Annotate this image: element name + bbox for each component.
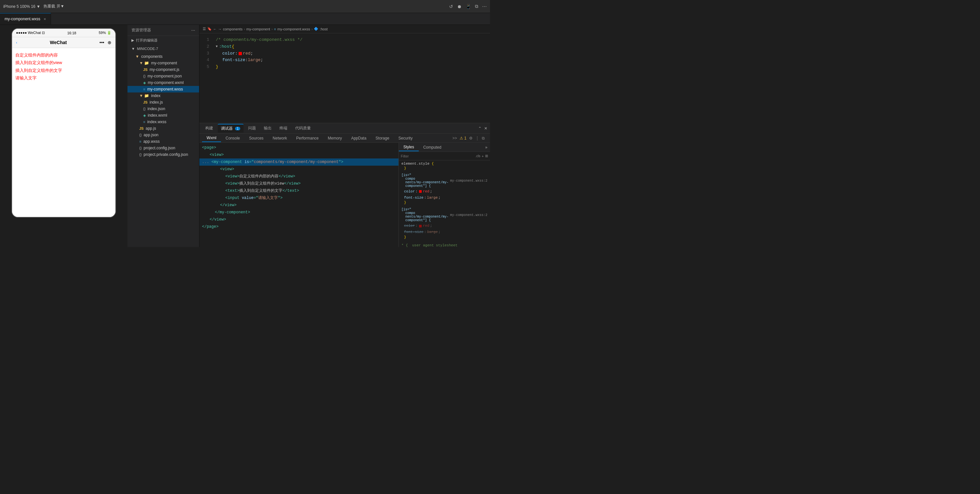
- file-panel-more-icon[interactable]: ⋯: [191, 28, 195, 33]
- folder-icon: ▼: [135, 54, 139, 59]
- file-item-project-config[interactable]: {} project.config.json: [127, 145, 199, 151]
- file-label: index.wxss: [147, 119, 166, 124]
- insp-settings-icon[interactable]: ⚙: [469, 136, 473, 140]
- file-item-app-js[interactable]: JS app.js: [127, 125, 199, 132]
- forward-icon[interactable]: →: [218, 27, 222, 31]
- hot-reload-toggle[interactable]: 热重载 开▼: [43, 3, 64, 9]
- styles-tab-more-icon[interactable]: »: [482, 145, 490, 149]
- file-item-index-wxml[interactable]: ◈ index.wxml: [127, 112, 199, 119]
- close-icon[interactable]: ✕: [484, 126, 487, 131]
- minimize-icon[interactable]: ⌃: [478, 126, 482, 131]
- inspector-tabs: Wxml Console Sources Network Performance…: [199, 133, 490, 143]
- styles-tab-styles[interactable]: Styles: [399, 143, 419, 151]
- insp-tab-wxml[interactable]: Wxml: [202, 134, 221, 142]
- chevron-down-icon: ▼: [131, 47, 135, 51]
- add-style-icon[interactable]: +: [482, 154, 484, 158]
- insp-tab-network[interactable]: Network: [268, 135, 291, 142]
- file-item-my-component-folder[interactable]: ▼ 📁 my-component: [127, 60, 199, 66]
- insp-tab-security[interactable]: Security: [394, 135, 417, 142]
- file-item-my-component-js[interactable]: JS my-component.js: [127, 66, 199, 73]
- devtools-tab-debugger[interactable]: 调试器 1: [218, 124, 243, 133]
- insp-tab-storage[interactable]: Storage: [371, 135, 394, 142]
- file-item-index-json[interactable]: {} index.json: [127, 105, 199, 112]
- cls-label[interactable]: .cls: [476, 154, 480, 158]
- phone-search-icon[interactable]: ⊕: [108, 40, 111, 45]
- editor-area: ☰ 🔖 ← → components › my-component › ≡ my…: [199, 25, 490, 123]
- insp-tab-memory[interactable]: Memory: [323, 135, 347, 142]
- file-item-app-json[interactable]: {} app.json: [127, 132, 199, 138]
- style-source-1[interactable]: my-component.wxss:2: [450, 179, 487, 183]
- device-icon[interactable]: 📱: [466, 4, 471, 9]
- file-label: my-component.wxss: [147, 87, 183, 92]
- file-item-index-folder[interactable]: ▼ 📁 index: [127, 92, 199, 99]
- more-icon[interactable]: ⋯: [482, 4, 487, 9]
- devtools-tab-quality[interactable]: 代码质量: [292, 124, 314, 132]
- code-lines[interactable]: /* components/my-component.wxss */ ▼ :ho…: [213, 37, 490, 119]
- styles-tab-computed[interactable]: Computed: [419, 144, 446, 151]
- project-section[interactable]: ▼ MINICODE-7: [127, 45, 199, 52]
- style-line-color-1: color : red ;: [404, 189, 487, 195]
- insp-more2-icon[interactable]: ⋮: [475, 136, 479, 140]
- style-source-2[interactable]: my-component.wxss:2: [450, 213, 487, 217]
- device-selector[interactable]: iPhone 5 100% 16 ▼: [3, 4, 40, 9]
- wxml-icon: ◈: [143, 81, 146, 85]
- phone-time: 16:18: [67, 31, 76, 35]
- code-line-1: /* components/my-component.wxss */: [216, 37, 490, 43]
- breadcrumb: ☰ 🔖 ← → components › my-component › ≡ my…: [199, 25, 490, 33]
- insp-more-icon[interactable]: >>: [452, 136, 457, 140]
- file-item-my-component-json[interactable]: {} my-component.json: [127, 73, 199, 79]
- devtools-tab-issues[interactable]: 问题: [245, 124, 259, 132]
- devtools-tab-bar: 构建 调试器 1 问题 输出 终端 代码质量 ⌃ ✕: [199, 123, 490, 133]
- insp-tab-appdata[interactable]: AppData: [347, 135, 371, 142]
- refresh-icon[interactable]: ↺: [449, 4, 453, 9]
- tab-my-component-wxss[interactable]: my-component.wxss ✕: [0, 13, 51, 24]
- styles-filter-input[interactable]: [401, 154, 474, 158]
- devtools-tab-build[interactable]: 构建: [202, 124, 216, 132]
- insp-tab-sources[interactable]: Sources: [245, 135, 268, 142]
- breadcrumb-part-my-component[interactable]: my-component: [247, 27, 270, 31]
- phone-nav-icons: ••• ⊕: [99, 40, 111, 45]
- back-icon[interactable]: ←: [213, 27, 217, 31]
- devtools-tab-output[interactable]: 输出: [261, 124, 275, 132]
- breadcrumb-nav-icon[interactable]: ☰: [203, 27, 206, 31]
- refresh-style-icon[interactable]: ⊞: [485, 154, 488, 158]
- dom-line-view-close: </view>: [199, 216, 398, 223]
- folder-icon: ▼ 📁: [139, 94, 149, 98]
- file-item-project-private[interactable]: {} project.private.config.json: [127, 151, 199, 158]
- insp-tab-actions: >> ⚠ 1 ⚙ ⋮ ⧉: [450, 136, 487, 140]
- json-icon: {}: [143, 107, 145, 111]
- record-icon[interactable]: ⏺: [457, 4, 461, 9]
- breadcrumb-part-host[interactable]: :host: [320, 27, 328, 31]
- phone-signal: ●●●●● WeChat ⊡: [16, 31, 45, 35]
- styles-tabs: Styles Computed »: [399, 143, 490, 152]
- file-item-my-component-wxml[interactable]: ◈ my-component.wxml: [127, 79, 199, 86]
- insp-tab-performance[interactable]: Performance: [291, 135, 323, 142]
- phone-menu-icon[interactable]: •••: [99, 40, 104, 45]
- devtools-panel: 构建 调试器 1 问题 输出 终端 代码质量 ⌃ ✕ W: [199, 123, 490, 247]
- devtools-tab-terminal[interactable]: 终端: [276, 124, 291, 132]
- file-item-index-js[interactable]: JS index.js: [127, 99, 199, 105]
- phone-panel: ●●●●● WeChat ⊡ 16:18 59% 🔋 ‹ WeChat ••• …: [0, 25, 127, 247]
- insp-tab-console[interactable]: Console: [221, 135, 245, 142]
- breadcrumb-part-components[interactable]: components: [223, 27, 243, 31]
- color-swatch-red: [239, 52, 242, 55]
- layout-icon[interactable]: ⧉: [475, 3, 478, 9]
- phone-frame: ●●●●● WeChat ⊡ 16:18 59% 🔋 ‹ WeChat ••• …: [11, 28, 116, 218]
- bookmark-icon[interactable]: 🔖: [207, 27, 212, 31]
- style-line-fontsize-1: font-size : large ;: [404, 195, 487, 201]
- file-item-app-wxss[interactable]: ≡ app.wxss: [127, 138, 199, 145]
- top-bar-icons: ↺ ⏺ 📱 ⧉ ⋯: [449, 3, 487, 9]
- file-item-index-wxss[interactable]: ≡ index.wxss: [127, 119, 199, 125]
- file-panel: 资源管理器 ⋯ ▶ 打开的编辑器 ▼ MINICODE-7 ▼ componen…: [127, 25, 199, 247]
- file-item-components[interactable]: ▼ components: [127, 53, 199, 60]
- dom-panel[interactable]: <page> <view> ... <my-component is="comp…: [199, 143, 398, 247]
- collapse-arrow[interactable]: ▼: [216, 44, 218, 49]
- dom-line-my-component[interactable]: ... <my-component is="components/my-comp…: [199, 159, 398, 166]
- open-editors-section[interactable]: ▶ 打开的编辑器: [127, 36, 199, 45]
- breadcrumb-part-file[interactable]: my-component.wxss: [277, 27, 310, 31]
- file-label: my-component.wxml: [148, 80, 184, 85]
- file-item-my-component-wxss[interactable]: ≡ my-component.wxss: [127, 86, 199, 92]
- tab-close-icon[interactable]: ✕: [43, 17, 46, 21]
- phone-back[interactable]: ‹: [16, 41, 18, 44]
- insp-toggle-icon[interactable]: ⧉: [482, 136, 485, 140]
